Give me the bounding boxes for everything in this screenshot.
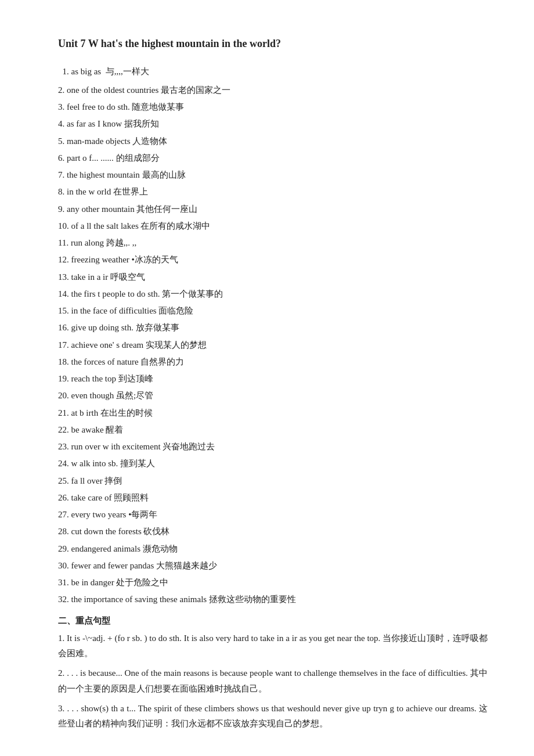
- item-en: take care of: [71, 493, 112, 502]
- item-cn: 面临危险: [158, 306, 193, 315]
- item-en: in the face of difficulties: [71, 306, 157, 315]
- item-cn: 跨越,,. ,,: [106, 238, 137, 247]
- item-num: 12.: [58, 255, 71, 264]
- item-num: 7.: [58, 170, 67, 179]
- list-item: 29. endangered animals 濒危动物: [58, 541, 488, 556]
- sentence-num: 3.: [58, 704, 67, 713]
- item-en: reach the top: [71, 374, 116, 383]
- item-num: 20.: [58, 391, 71, 400]
- item-en: the firs t people to do sth.: [71, 289, 160, 298]
- item-num: 17.: [58, 340, 71, 350]
- item-cn: 第一个做某事的: [162, 289, 223, 298]
- item-cn: 照顾照料: [114, 493, 149, 502]
- item-num: 30.: [58, 561, 71, 570]
- page-container: Unit 7 W hat's the highest mountain in t…: [58, 35, 488, 731]
- sentence-text: . . . show(s) th a t... The spirit of th…: [58, 704, 488, 728]
- item-num: 21.: [58, 408, 71, 417]
- item-cn: •冰冻的天气: [132, 255, 178, 264]
- item-num: 18.: [58, 357, 71, 366]
- item-en: run over w ith excitement: [71, 442, 161, 451]
- item-cn: 砍伐林: [143, 527, 169, 536]
- item-num: 26.: [58, 493, 71, 502]
- item-num: 23.: [58, 442, 71, 451]
- list-item: 30. fewer and fewer pandas 大熊猫越来越少: [58, 558, 488, 573]
- sentence-item-3: 3. . . . show(s) th a t... The spirit of…: [58, 701, 488, 732]
- item-num: 3.: [58, 102, 67, 111]
- item-num: 15.: [58, 306, 71, 315]
- item-en: man-made objects: [67, 136, 131, 146]
- list-item: 7. the highest mountain 最高的山脉: [58, 167, 488, 182]
- item-en: even though: [71, 391, 114, 400]
- item-num: 24.: [58, 459, 71, 468]
- item-cn: 随意地做某事: [132, 102, 184, 111]
- list-item: 5. man-made objects 人造物体: [58, 134, 488, 149]
- item-en: be awake: [71, 425, 104, 434]
- section-heading-sentences: 二、重点句型: [58, 613, 488, 628]
- list-item: 2. one of the oldest countries 最古老的国家之一: [58, 82, 488, 98]
- item-num: 16.: [58, 323, 71, 332]
- list-item: 25. fa ll over 摔倒: [58, 473, 488, 488]
- item-cn: 放弃做某事: [136, 323, 179, 332]
- item-cn: 拯救这些动物的重要性: [209, 595, 296, 604]
- item-cn: 最古老的国家之一: [161, 85, 230, 95]
- item-num: 32.: [58, 595, 71, 604]
- item-cn: 其他任何一座山: [136, 204, 197, 214]
- page-title: Unit 7 W hat's the highest mountain in t…: [58, 35, 488, 53]
- item-en: of a ll the salt lakes: [71, 221, 139, 231]
- item-num: 25.: [58, 476, 71, 485]
- item-cn: •每两年: [128, 510, 157, 519]
- list-item: 16. give up doing sth. 放弃做某事: [58, 320, 488, 335]
- list-item: 3. feel free to do sth. 随意地做某事: [58, 99, 488, 114]
- item-en: one of the oldest countries: [67, 85, 158, 95]
- item-en: the highest mountain: [67, 170, 140, 179]
- list-item: 12. freezing weather •冰冻的天气: [58, 252, 488, 267]
- list-item: 8. in the w orld 在世界上: [58, 184, 488, 199]
- item-num: 11.: [58, 238, 71, 247]
- item-en: as big as: [71, 67, 102, 76]
- list-item: 6. part o f... ...... 的组成部分: [58, 150, 488, 165]
- item-en: endangered animals: [71, 544, 141, 553]
- list-item: 15. in the face of difficulties 面临危险: [58, 303, 488, 318]
- item-num: 29.: [58, 544, 71, 553]
- item-cn: 撞到某人: [120, 459, 155, 468]
- item-en: be in danger: [71, 578, 114, 587]
- item-num: 4.: [58, 119, 67, 128]
- item-en: give up doing sth.: [71, 323, 134, 332]
- list-item: 1. as big as 与,,,,一样大: [58, 64, 488, 79]
- item-en: take in a ir: [71, 272, 109, 282]
- item-num: 10.: [58, 221, 71, 231]
- list-item: 11. run along 跨越,,. ,,: [58, 235, 488, 250]
- item-cn: 据我所知: [124, 119, 159, 128]
- list-item: 23. run over w ith excitement 兴奋地跑过去: [58, 439, 488, 454]
- item-en: the forces of nature: [71, 357, 139, 366]
- list-item: 27. every two years •每两年: [58, 507, 488, 522]
- item-num: 1.: [58, 67, 71, 76]
- item-cn: 在所有的咸水湖中: [140, 221, 210, 231]
- item-en: part o f... ......: [67, 153, 114, 163]
- sentence-num: 1.: [58, 633, 67, 643]
- sentence-text: . . . is because... One of the main reas…: [58, 668, 488, 693]
- item-en: as far as I know: [67, 119, 122, 128]
- item-cn: 摔倒: [104, 476, 122, 485]
- item-en: in the w orld: [67, 187, 111, 196]
- item-num: 27.: [58, 510, 71, 519]
- item-en: cut down the forests: [71, 527, 142, 536]
- item-cn: 虽然;尽管: [116, 391, 153, 400]
- item-cn: 在出生的时候: [100, 408, 153, 417]
- item-num: 31.: [58, 578, 71, 587]
- list-item: 10. of a ll the salt lakes 在所有的咸水湖中: [58, 218, 488, 233]
- list-item: 14. the firs t people to do sth. 第一个做某事的: [58, 286, 488, 301]
- item-cn: 在世界上: [113, 187, 148, 196]
- item-en: feel free to do sth.: [67, 102, 130, 111]
- item-en: fa ll over: [71, 476, 103, 485]
- item-cn: 实现某人的梦想: [146, 340, 207, 350]
- item-cn: 大熊猫越来越少: [156, 561, 217, 570]
- list-item: 21. at b irth 在出生的时候: [58, 405, 488, 420]
- list-item: 24. w alk into sb. 撞到某人: [58, 456, 488, 471]
- item-num: 14.: [58, 289, 71, 298]
- list-item: 18. the forces of nature 自然界的力: [58, 354, 488, 369]
- item-num: 8.: [58, 187, 67, 196]
- item-cn: 兴奋地跑过去: [163, 442, 215, 451]
- item-cn: 自然界的力: [140, 357, 184, 366]
- item-num: 5.: [58, 136, 67, 146]
